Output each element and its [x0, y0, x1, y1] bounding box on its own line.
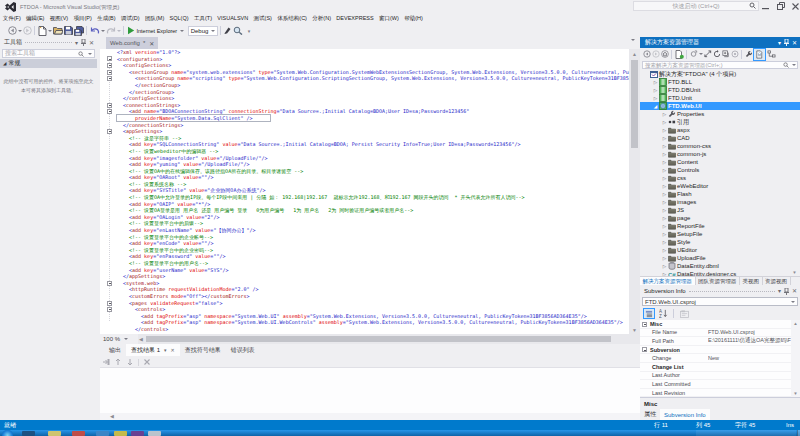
quick-launch-input[interactable]: 快速启动 (Ctrl+Q) [633, 1, 759, 11]
property-row-Misc[interactable]: Misc [640, 320, 800, 329]
expander-collapsed-icon[interactable]: ▷ [661, 208, 668, 213]
expander-collapsed-icon[interactable]: ▷ [661, 176, 668, 181]
tree-item-FTD.Web.UI[interactable]: ◢FTD.Web.UI [640, 102, 800, 110]
panel-tab-团队资源管理器[interactable]: 团队资源管理器 [696, 277, 741, 285]
expander-collapsed-icon[interactable]: ▷ [661, 192, 668, 197]
solution-explorer-close-icon[interactable]: ✕ [792, 40, 797, 46]
solution-explorer-pin-icon[interactable] [784, 39, 789, 46]
toolbox-window-menu-icon[interactable]: ▾ [75, 40, 78, 46]
menu-DEVEXPRESS[interactable]: DEVEXPRESS [334, 13, 377, 24]
panel-tab-资源视图[interactable]: 资源视图 [763, 277, 791, 285]
tree-item-JS[interactable]: ▷JS [640, 206, 800, 214]
find-results-content[interactable] [100, 367, 640, 413]
tree-item-FTD.Unit[interactable]: ▷FTD.Unit [640, 94, 800, 102]
pinned-app-purple[interactable] [131, 431, 144, 436]
expander-collapsed-icon[interactable]: ▷ [661, 216, 668, 221]
expander-collapsed-icon[interactable]: ▷ [661, 264, 668, 269]
code-line-1[interactable]: <?xml version="1.0"?> [100, 49, 629, 56]
panel-tab-属性[interactable]: 属性 [640, 409, 660, 420]
tree-item-Controls[interactable]: ▷Controls [640, 166, 800, 174]
quick-launch-search-icon[interactable] [749, 2, 756, 9]
menu-体系结构C[interactable]: 体系结构(C) [275, 13, 310, 24]
toolbox-pin-icon[interactable] [81, 39, 86, 46]
tree-item-Style[interactable]: ▷Style [640, 238, 800, 246]
tree-item-UploadFile[interactable]: ▷UploadFile [640, 254, 800, 262]
code-line-24[interactable]: <add key="OAIP" value="*"/> [100, 201, 629, 208]
code-line-22[interactable]: <add key="SYSTitle" value="企业协同OA办公系统"/> [100, 187, 629, 194]
menu-测试S[interactable]: 测试(S) [251, 13, 275, 24]
navigate-forward-button[interactable] [22, 24, 32, 37]
pinned-app-blue[interactable] [96, 431, 109, 436]
se-back-button[interactable] [642, 48, 651, 61]
bottom-tab-输出[interactable]: 输出 [104, 344, 126, 356]
code-line-6[interactable]: </sectionGroup> [100, 82, 629, 89]
toolbox-search-input[interactable]: 搜索工具箱 [2, 49, 95, 58]
zoom-level-combobox[interactable]: 100 % [100, 336, 136, 342]
editor-horizontal-scrollbar[interactable]: ◀ [138, 334, 640, 344]
windows-start-button[interactable] [2, 430, 13, 436]
code-line-8[interactable]: </configSections> [100, 95, 629, 102]
toolbar-overflow-chevron[interactable]: ▾ [248, 28, 251, 34]
tree-item-FTD.BLL[interactable]: ▷FTD.BLL [640, 78, 800, 86]
expander-collapsed-icon[interactable]: ▷ [661, 184, 668, 189]
property-row-File-Name[interactable]: File NameFTD.Web.UI.csproj [640, 329, 800, 338]
section-collapse-box[interactable] [642, 322, 647, 327]
code-line-18[interactable]: <add key="yuming" value="/UploadFile/"/> [100, 161, 629, 168]
svn-window-menu-icon[interactable]: ▾ [778, 288, 781, 294]
se-sync-with-active-document-button[interactable] [674, 48, 684, 61]
expander-collapsed-icon[interactable]: ▷ [661, 232, 668, 237]
se-collapse-all-button[interactable] [721, 48, 730, 61]
code-line-28[interactable]: <add key="enLastName" value="【协同办公】"/> [100, 227, 629, 234]
open-file-button[interactable] [52, 24, 63, 37]
expander-collapsed-icon[interactable]: ▷ [661, 152, 668, 157]
expander-collapsed-icon[interactable]: ▷ [652, 80, 659, 85]
code-line-29[interactable]: <!-- 设置登录平台中的企业帐号--> [100, 234, 629, 241]
se-properties-button[interactable] [744, 48, 753, 61]
code-line-33[interactable]: <!-- 设置登录平台中的用户名--> [100, 260, 629, 267]
code-line-20[interactable]: <add key="OARoot" value=""/> [100, 174, 629, 181]
code-line-41[interactable]: <add tagPrefix="asp" namespace="System.W… [100, 313, 629, 320]
code-line-7[interactable]: </sectionGroup> [100, 89, 629, 96]
close-button[interactable] [788, 0, 800, 12]
subversion-info-title-bar[interactable]: Subversion Info ▾ ✕ [640, 286, 800, 296]
code-line-13[interactable]: <appSettings> [100, 128, 629, 135]
bottom-tab-错误列表[interactable]: 错误列表 [226, 344, 260, 356]
expander-collapsed-icon[interactable]: ▷ [661, 240, 668, 245]
code-line-43[interactable]: </controls> [100, 326, 629, 333]
pinned-app-folder[interactable] [48, 431, 61, 436]
tree-item-Flash[interactable]: ▷Flash [640, 190, 800, 198]
bottom-tab-查找符号结果[interactable]: 查找符号结果 [180, 344, 226, 356]
panel-tab-Subversion-Info[interactable]: Subversion Info [660, 409, 710, 420]
code-line-35[interactable]: </appSettings> [100, 273, 629, 280]
clear-results-icon[interactable] [143, 358, 151, 366]
navigate-backward-button[interactable] [7, 24, 22, 37]
vertical-scroll-thumb[interactable] [631, 60, 638, 148]
se-forward-button[interactable] [651, 48, 660, 61]
code-line-26[interactable]: <add key="OALogin" value="2"/> [100, 214, 629, 221]
tab-web-config[interactable]: Web.config * ✕ [106, 37, 158, 49]
solution-configuration-combobox[interactable]: Debug [188, 26, 218, 36]
property-pages-button[interactable] [679, 307, 689, 320]
menu-窗口W[interactable]: 窗口(W) [376, 13, 401, 24]
code-line-39[interactable]: <pages validateRequest="false"> [100, 300, 629, 307]
code-line-5[interactable]: <sectionGroup name="scripting" type="Sys… [100, 75, 629, 82]
start-debug-button[interactable]: Internet Explorer [126, 24, 185, 37]
bottom-panel-hscrollbar[interactable]: ◀ [100, 413, 640, 420]
tree-item-Content[interactable]: ▷Content [640, 158, 800, 166]
expander-collapsed-icon[interactable]: ▷ [661, 136, 668, 141]
solution-explorer-title-bar[interactable]: 解决方案资源管理器 ▾ ✕ [640, 37, 800, 48]
property-row-Subversion[interactable]: Subversion [640, 346, 800, 355]
code-line-36[interactable]: <system.web> [100, 280, 629, 287]
code-line-38[interactable]: <customErrors mode="Off"></customErrors> [100, 293, 629, 300]
code-lines[interactable]: <?xml version="1.0"?><configuration> <co… [100, 49, 629, 333]
expander-collapsed-icon[interactable]: ▷ [661, 256, 668, 261]
expander-collapsed-icon[interactable]: ▷ [661, 144, 668, 149]
tree-item-解决方案-FTDOA-4-个项目-[interactable]: 解决方案"FTDOA" (4 个项目) [640, 70, 800, 78]
taskbar-system-tray[interactable] [696, 430, 796, 436]
expander-collapsed-icon[interactable]: ▷ [661, 200, 668, 205]
previous-result-icon[interactable] [114, 358, 122, 366]
find-in-files-icon[interactable] [233, 24, 244, 37]
property-grid-scrollbar[interactable]: ▲ ▼ [791, 320, 800, 397]
pinned-app-red[interactable] [72, 431, 85, 436]
expander-collapsed-icon[interactable]: ▷ [661, 168, 668, 173]
